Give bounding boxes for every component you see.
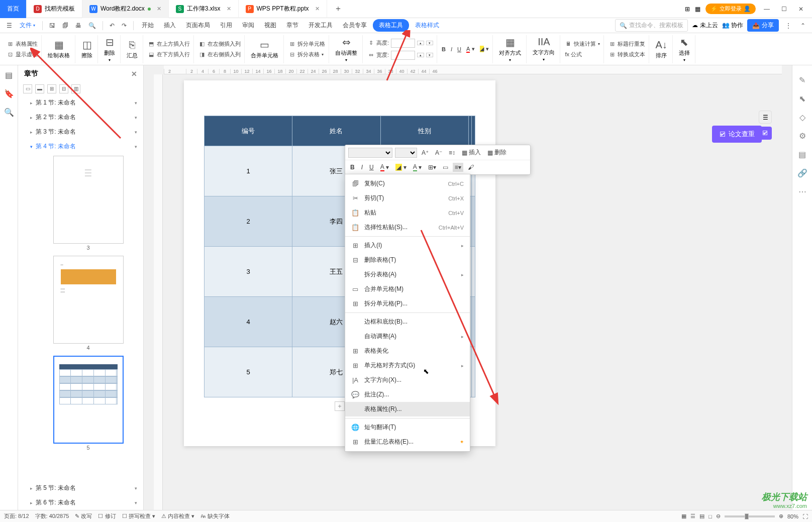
font-color-button[interactable]: A▾	[378, 162, 391, 172]
more-icon[interactable]: ⋮	[783, 20, 794, 31]
revise-button[interactable]: ☐ 修订	[98, 512, 116, 520]
italic-button[interactable]: I	[359, 163, 365, 172]
bookmark-icon[interactable]: 🔖	[4, 89, 14, 98]
to-text-button[interactable]: ⊞转换成文本	[607, 50, 647, 59]
menu-vip[interactable]: 会员专享	[339, 19, 371, 32]
shrink-font-button[interactable]: A⁻	[433, 148, 444, 157]
tab-ppt[interactable]: P WPS PPT教程.pptx ✕	[239, 0, 327, 18]
thesis-check-button[interactable]: 🗹 论文查重	[712, 126, 762, 143]
menu-review[interactable]: 审阅	[238, 19, 258, 32]
file-menu[interactable]: 文件▾	[17, 19, 38, 32]
table-header[interactable]: 性别	[380, 116, 468, 146]
step-down[interactable]: ▾	[426, 53, 433, 57]
table-header[interactable]	[472, 116, 475, 146]
font-size-select[interactable]	[395, 148, 417, 158]
word-count[interactable]: 字数: 40/2875	[35, 512, 69, 520]
split-table-button[interactable]: ⊟拆分表格▾	[287, 50, 327, 59]
cm-batch-summary[interactable]: ⊞批量汇总表格(E)...✦	[345, 435, 470, 449]
cm-text-direction[interactable]: |A文字方向(X)...	[345, 373, 470, 387]
grow-font-button[interactable]: A⁺	[420, 148, 431, 157]
view-outline[interactable]: ▤	[699, 513, 704, 519]
width-input[interactable]	[391, 51, 415, 60]
tool-1[interactable]: ▭	[23, 84, 32, 93]
repeat-header-button[interactable]: ⊞标题行重复	[607, 39, 647, 49]
table-cell[interactable]: 1	[205, 146, 292, 196]
section-item[interactable]: ▸第 5 节: 未命名▾	[18, 481, 143, 495]
menu-dev[interactable]: 开发工具	[304, 19, 337, 32]
height-input[interactable]	[391, 39, 415, 48]
apps-icon[interactable]: ▦	[695, 6, 700, 13]
calc-button[interactable]: 🖩快速计算▾	[563, 39, 601, 49]
cm-translate[interactable]: 🌐短句翻译(T)	[345, 420, 470, 435]
table-props-button[interactable]: ⊞表格属性	[5, 39, 39, 49]
minimize-button[interactable]: —	[761, 6, 773, 13]
spellcheck-button[interactable]: ☐ 拼写检查 ▾	[122, 512, 155, 520]
zoom-in-button[interactable]: ⊕	[779, 513, 783, 519]
close-icon[interactable]: ✕	[157, 6, 161, 12]
gear-icon[interactable]: ⚙	[799, 131, 806, 141]
cm-paste[interactable]: 📋粘贴Ctrl+V	[345, 205, 470, 220]
close-icon[interactable]: ✕	[227, 6, 231, 12]
close-button[interactable]: ✕	[795, 6, 807, 13]
cm-comment[interactable]: 💬批注(Z)...	[345, 387, 470, 402]
highlight-button[interactable]: ◢▾	[393, 163, 409, 172]
tool-5[interactable]: ▥	[71, 84, 80, 93]
underline-button[interactable]: U	[456, 45, 463, 53]
undo-icon[interactable]: ↶	[107, 20, 117, 31]
fit-button[interactable]: ⛶	[802, 513, 808, 519]
preview-icon[interactable]: 🔍	[86, 20, 98, 31]
cm-table-properties[interactable]: 表格属性(R)...	[345, 402, 470, 416]
link-icon[interactable]: 🔗	[797, 168, 807, 178]
missing-font-button[interactable]: 🗛 缺失字体	[200, 512, 230, 520]
sort-button[interactable]: A↓排序	[652, 38, 670, 60]
table-cell[interactable]: 2	[205, 196, 292, 247]
collapse-ribbon-icon[interactable]: ⌃	[798, 20, 808, 31]
page-thumb[interactable]: ═════════	[53, 156, 124, 244]
table-header[interactable]: 编号	[205, 116, 292, 146]
step-up[interactable]: ▴	[417, 53, 424, 57]
format-painter-button[interactable]: 🖌	[466, 163, 476, 172]
redo-icon[interactable]: ↷	[119, 20, 129, 31]
section-item[interactable]: ▸第 1 节: 未命名▾	[18, 95, 143, 110]
section-item[interactable]: ▸第 2 节: 未命名▾	[18, 110, 143, 125]
grid-icon[interactable]: ⊞	[685, 6, 690, 13]
menu-section[interactable]: 章节	[282, 19, 302, 32]
cm-split-cells[interactable]: ⊞拆分单元格(P)...	[345, 296, 470, 311]
view-web[interactable]: ☰	[690, 513, 695, 519]
save-icon[interactable]: 🖫	[47, 20, 58, 31]
share-button[interactable]: 📤 分享	[747, 19, 779, 32]
cm-autofit[interactable]: 自动调整(A)▸	[345, 329, 470, 344]
add-row-button[interactable]: ＋	[335, 401, 345, 411]
cm-copy[interactable]: 🗐复制(C)Ctrl+C	[345, 176, 470, 191]
insert-col-right-button[interactable]: ◨在右侧插入列	[197, 50, 242, 59]
align-button[interactable]: ▦对齐方式▾	[496, 35, 524, 63]
tool-4[interactable]: ⊟	[59, 84, 68, 93]
more-icon[interactable]: ⋯	[798, 187, 806, 196]
menu-table-style[interactable]: 表格样式	[411, 19, 443, 32]
font-color-button[interactable]: A▾	[465, 45, 476, 54]
step-up[interactable]: ▴	[417, 41, 424, 45]
cm-border-shading[interactable]: 边框和底纹(B)...	[345, 315, 470, 329]
shapes-icon[interactable]: ◇	[799, 113, 805, 122]
bold-button[interactable]: B	[348, 163, 357, 172]
menu-table-tools[interactable]: 表格工具	[373, 19, 409, 32]
bold-button[interactable]: B	[440, 45, 447, 53]
cm-cut[interactable]: ✂剪切(T)Ctrl+X	[345, 191, 470, 205]
delete-button[interactable]: ⊟删除▾	[101, 35, 118, 63]
cm-paste-special[interactable]: 📋选择性粘贴(S)...Ctrl+Alt+V	[345, 220, 470, 235]
line-spacing-button[interactable]: ≡↕	[447, 148, 457, 157]
tool-2[interactable]: ▬	[35, 84, 44, 93]
horizontal-ruler[interactable]: 2246810121416182022242628303234363840424…	[164, 65, 782, 74]
italic-button[interactable]: I	[449, 45, 454, 53]
tab-template[interactable]: D 找稻壳模板	[27, 0, 82, 18]
search-icon[interactable]: 🔍	[4, 108, 14, 117]
content-check-button[interactable]: ⚠ 内容检查 ▾	[161, 512, 194, 520]
cm-split-table[interactable]: 拆分表格(A)▸	[345, 267, 470, 282]
highlight-button[interactable]: ◢▾	[478, 45, 490, 53]
draw-table-button[interactable]: ▦绘制表格	[45, 38, 73, 60]
formula-button[interactable]: fx 公式	[563, 50, 601, 59]
merge-cells-button[interactable]: ▭合并单元格	[248, 38, 281, 60]
tool-3[interactable]: ⊞	[47, 84, 56, 93]
table-cell[interactable]: 3	[205, 247, 292, 297]
cloud-button[interactable]: ☁ 未上云	[692, 21, 718, 30]
